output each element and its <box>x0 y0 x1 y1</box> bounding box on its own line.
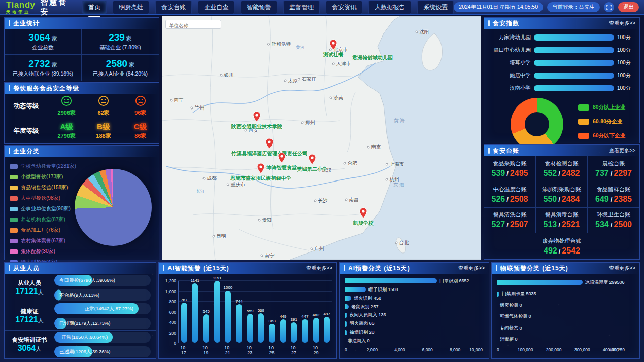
safety-index-donut-chart[interactable] <box>511 98 563 151</box>
map-pin[interactable] <box>359 207 367 219</box>
hbar-row: 夜间人员闯入 136 <box>345 312 486 318</box>
app-title: 智慧食安 <box>40 0 68 17</box>
bar-column: 569 <box>255 308 266 343</box>
ledger-done: 550 <box>544 195 557 203</box>
pin-icon <box>329 39 337 50</box>
personnel-bar-label: 正常(1858人,60.64%) <box>61 334 108 341</box>
city-dot <box>284 80 287 82</box>
donut-legend-item[interactable]: 60-80分企业 <box>578 118 625 125</box>
fullscreen-icon <box>606 5 612 10</box>
hbar-row: 冰箱温湿度 299506 <box>497 279 636 286</box>
map-city: 西宁 <box>170 97 184 104</box>
x-tick-label: 10-19 <box>200 345 211 352</box>
stat-cell: 2732家已接入物联企业 (89.16%) <box>5 55 82 81</box>
map-base-svg <box>162 16 481 260</box>
topbar-right: 2024年11月01日 星期五 14:05:50 当前登录：吕先生 退出 <box>454 2 644 12</box>
legend-item[interactable]: 农村集体聚餐(67家) <box>10 237 76 244</box>
panel-ledgers: 食安台账 查看更多>> 食品采购台账539/2495食材检测台账552/2482… <box>484 144 640 260</box>
ledger-total: 2495 <box>510 169 528 177</box>
donut-legend-item[interactable]: 60分以下企业 <box>578 132 625 139</box>
legend-item[interactable]: 养老机构食堂(87家) <box>10 216 76 223</box>
legend-item[interactable]: 学校含幼托食堂(2281家) <box>10 163 76 170</box>
view-more-link[interactable]: 查看更多>> <box>609 20 635 27</box>
y-tick-label: 400 <box>169 320 176 325</box>
bar-column: 767 <box>179 298 190 343</box>
map-pin[interactable] <box>329 39 337 50</box>
nav-item[interactable]: 系统设置 <box>417 1 454 14</box>
map-pin[interactable] <box>265 138 274 149</box>
view-more-link[interactable]: 查看更多>> <box>306 265 332 272</box>
bar <box>247 314 253 343</box>
nav-item[interactable]: 智能预警 <box>241 1 277 14</box>
fullscreen-button[interactable] <box>604 2 614 12</box>
bar <box>497 292 499 297</box>
map-pin[interactable] <box>257 163 265 174</box>
legend-item[interactable]: 企事业单位食堂(90家) <box>10 205 76 212</box>
hbar-row: 烟火识别 458 <box>345 295 486 302</box>
hbar-x-axis: 0100,000200,000300,000400,000449,259 <box>497 347 636 353</box>
score-value: 100分 <box>617 59 631 66</box>
nav-item[interactable]: 食安台账 <box>155 1 192 14</box>
personnel-summary: 健康证17121人 <box>5 308 54 324</box>
school-name: 塔耳小学 <box>486 59 531 66</box>
china-map[interactable]: 沈阳呼和浩特北京市天津市石家庄太原济南银川西宁兰州西安郑州南京合肥上海市杭州武汉… <box>162 16 481 260</box>
sad-face <box>135 95 146 108</box>
hbar-row: 专间状态 0 <box>497 325 636 332</box>
safety-index-row: 塔耳小学100分 <box>486 59 635 66</box>
panel-header: 从业人员 <box>5 263 156 274</box>
hbar-row: 口罩识别 6652 <box>345 278 486 284</box>
stat-unit: 家 <box>129 62 134 68</box>
map-search-input[interactable] <box>166 22 221 30</box>
ledger-values: 534/2500 <box>595 220 632 229</box>
x-tick-label <box>321 345 332 352</box>
map-city: 兰州 <box>191 105 205 112</box>
legend-item[interactable]: 大中型餐饮(98家) <box>10 195 76 202</box>
safety-grade-table: 动态等级2906家62家96家年度等级A级2790家B级188家C级86家 <box>5 94 159 143</box>
personnel-unit: 人 <box>38 289 44 295</box>
logout-button[interactable]: 退出 <box>618 2 639 12</box>
legend-item[interactable]: 食品加工厂(76家) <box>10 227 76 234</box>
legend-item[interactable]: 集体配餐(30家) <box>10 248 76 255</box>
logo-text-en: Tiandy <box>6 1 35 9</box>
city-dot <box>345 199 348 201</box>
map-pin[interactable] <box>308 154 316 165</box>
legend-item[interactable]: 小微型餐饮(173家) <box>10 173 76 180</box>
nav-item[interactable]: 首页 <box>82 1 107 14</box>
ledger-done: 534 <box>595 220 609 229</box>
x-tick-label: 10-17 <box>178 345 189 352</box>
city-dot <box>227 184 229 186</box>
bar-value-label: 1141 <box>191 278 199 283</box>
view-more-link[interactable]: 查看更多>> <box>609 265 635 272</box>
bar <box>302 319 308 343</box>
nav-item[interactable]: 企业自查 <box>198 1 234 14</box>
nav-item[interactable]: 监督管理 <box>283 1 320 14</box>
stat-label: 企业总数 <box>32 44 54 51</box>
map-pin-label: 樊城第二小学 <box>297 166 327 173</box>
bar-column: 1141 <box>190 278 201 343</box>
grade-count: 96家 <box>134 109 146 117</box>
bar <box>203 314 209 343</box>
hbar-row: 消毒柜 0 <box>497 336 636 343</box>
map-pin[interactable] <box>253 111 261 122</box>
donut-legend-item[interactable]: 80分以上企业 <box>578 104 625 111</box>
map-pin[interactable] <box>278 152 286 163</box>
legend-swatch <box>10 218 18 222</box>
bar-column: 391 <box>288 317 299 343</box>
ledger-name: 废弃物处理台账 <box>543 237 582 245</box>
stat-number: 2732 <box>28 58 50 69</box>
neutral-face <box>98 95 109 108</box>
nav-item[interactable]: 食安资讯 <box>326 1 362 14</box>
x-tick-label: 10-27 <box>288 345 299 352</box>
school-name: 万家湾幼儿园 <box>486 34 531 41</box>
ledger-separator: / <box>558 196 560 203</box>
legend-swatch <box>10 228 18 233</box>
nav-item[interactable]: 大数据报告 <box>368 1 411 14</box>
view-more-link[interactable]: 查看更多>> <box>609 147 635 154</box>
enterprise-category-pie-chart[interactable] <box>75 169 152 246</box>
view-more-link[interactable]: 查看更多>> <box>458 265 485 272</box>
map-city: 沈阳 <box>416 29 429 35</box>
legend-item[interactable]: 食品销售经营(158家) <box>10 184 76 191</box>
ledger-cell: 晨检台账737/2297 <box>588 156 639 182</box>
map-city: 南京 <box>367 144 381 151</box>
nav-item[interactable]: 明厨亮灶 <box>113 1 149 14</box>
